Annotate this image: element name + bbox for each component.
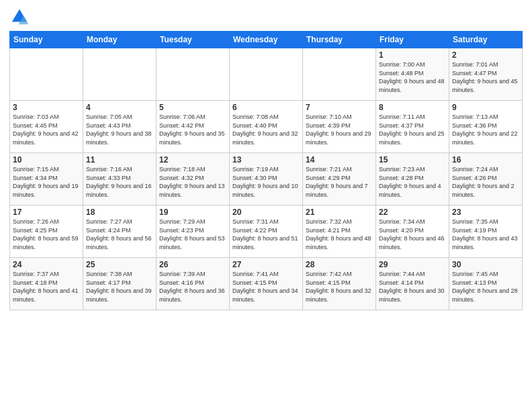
day-info: Sunrise: 7:34 AM Sunset: 4:20 PM Dayligh… xyxy=(379,218,446,251)
calendar-cell: 10Sunrise: 7:15 AM Sunset: 4:34 PM Dayli… xyxy=(10,153,83,205)
header-row: Sunday Monday Tuesday Wednesday Thursday… xyxy=(10,32,523,48)
calendar-cell: 23Sunrise: 7:35 AM Sunset: 4:19 PM Dayli… xyxy=(449,205,523,258)
calendar-cell: 17Sunrise: 7:26 AM Sunset: 4:25 PM Dayli… xyxy=(10,205,83,258)
col-wednesday: Wednesday xyxy=(230,32,303,48)
day-info: Sunrise: 7:38 AM Sunset: 4:17 PM Dayligh… xyxy=(86,270,153,304)
day-number: 25 xyxy=(86,260,153,269)
day-number: 12 xyxy=(159,155,226,165)
day-number: 29 xyxy=(379,260,446,269)
day-info: Sunrise: 7:29 AM Sunset: 4:23 PM Dayligh… xyxy=(159,218,226,251)
day-number: 13 xyxy=(232,155,300,165)
day-number: 26 xyxy=(159,260,226,269)
calendar-cell xyxy=(303,48,376,101)
calendar-cell: 22Sunrise: 7:34 AM Sunset: 4:20 PM Dayli… xyxy=(376,205,449,258)
calendar-cell: 5Sunrise: 7:06 AM Sunset: 4:42 PM Daylig… xyxy=(157,101,230,153)
day-info: Sunrise: 7:13 AM Sunset: 4:36 PM Dayligh… xyxy=(452,113,519,146)
day-info: Sunrise: 7:19 AM Sunset: 4:30 PM Dayligh… xyxy=(232,165,300,199)
day-info: Sunrise: 7:05 AM Sunset: 4:43 PM Dayligh… xyxy=(86,113,153,146)
page-container: Sunday Monday Tuesday Wednesday Thursday… xyxy=(0,0,532,411)
day-number: 1 xyxy=(379,50,446,60)
calendar-cell: 15Sunrise: 7:23 AM Sunset: 4:28 PM Dayli… xyxy=(376,153,449,205)
calendar-body: 1Sunrise: 7:00 AM Sunset: 4:48 PM Daylig… xyxy=(10,48,523,310)
header xyxy=(9,7,523,27)
day-info: Sunrise: 7:16 AM Sunset: 4:33 PM Dayligh… xyxy=(86,165,153,199)
day-info: Sunrise: 7:26 AM Sunset: 4:25 PM Dayligh… xyxy=(13,218,80,251)
calendar-week-2: 3Sunrise: 7:03 AM Sunset: 4:45 PM Daylig… xyxy=(10,101,523,153)
calendar-cell: 26Sunrise: 7:39 AM Sunset: 4:16 PM Dayli… xyxy=(157,258,230,310)
day-number: 7 xyxy=(306,103,373,112)
col-monday: Monday xyxy=(83,32,157,48)
day-number: 11 xyxy=(86,155,153,165)
day-number: 3 xyxy=(13,103,80,112)
day-number: 17 xyxy=(13,208,80,217)
calendar-cell xyxy=(83,48,157,101)
day-info: Sunrise: 7:00 AM Sunset: 4:48 PM Dayligh… xyxy=(379,60,446,94)
day-info: Sunrise: 7:31 AM Sunset: 4:22 PM Dayligh… xyxy=(232,218,300,251)
calendar-cell: 21Sunrise: 7:32 AM Sunset: 4:21 PM Dayli… xyxy=(303,205,376,258)
day-info: Sunrise: 7:11 AM Sunset: 4:37 PM Dayligh… xyxy=(379,113,446,146)
day-info: Sunrise: 7:03 AM Sunset: 4:45 PM Dayligh… xyxy=(13,113,80,146)
day-info: Sunrise: 7:41 AM Sunset: 4:15 PM Dayligh… xyxy=(232,270,300,304)
day-number: 19 xyxy=(159,208,226,217)
day-number: 18 xyxy=(86,208,153,217)
day-info: Sunrise: 7:42 AM Sunset: 4:15 PM Dayligh… xyxy=(306,270,373,304)
calendar-cell: 4Sunrise: 7:05 AM Sunset: 4:43 PM Daylig… xyxy=(83,101,157,153)
day-info: Sunrise: 7:06 AM Sunset: 4:42 PM Dayligh… xyxy=(159,113,226,146)
day-info: Sunrise: 7:15 AM Sunset: 4:34 PM Dayligh… xyxy=(13,165,80,199)
day-number: 10 xyxy=(13,155,80,165)
calendar-cell: 18Sunrise: 7:27 AM Sunset: 4:24 PM Dayli… xyxy=(83,205,157,258)
calendar-table: Sunday Monday Tuesday Wednesday Thursday… xyxy=(9,31,523,310)
day-info: Sunrise: 7:32 AM Sunset: 4:21 PM Dayligh… xyxy=(306,218,373,251)
calendar-cell: 8Sunrise: 7:11 AM Sunset: 4:37 PM Daylig… xyxy=(376,101,449,153)
day-number: 15 xyxy=(379,155,446,165)
day-info: Sunrise: 7:01 AM Sunset: 4:47 PM Dayligh… xyxy=(452,60,519,94)
day-number: 30 xyxy=(452,260,519,269)
calendar-cell: 30Sunrise: 7:45 AM Sunset: 4:13 PM Dayli… xyxy=(449,258,523,310)
day-number: 4 xyxy=(86,103,153,112)
calendar-cell: 12Sunrise: 7:18 AM Sunset: 4:32 PM Dayli… xyxy=(157,153,230,205)
calendar-cell: 14Sunrise: 7:21 AM Sunset: 4:29 PM Dayli… xyxy=(303,153,376,205)
day-info: Sunrise: 7:08 AM Sunset: 4:40 PM Dayligh… xyxy=(232,113,300,146)
calendar-header: Sunday Monday Tuesday Wednesday Thursday… xyxy=(10,32,523,48)
col-tuesday: Tuesday xyxy=(157,32,230,48)
calendar-cell: 24Sunrise: 7:37 AM Sunset: 4:18 PM Dayli… xyxy=(10,258,83,310)
calendar-cell: 7Sunrise: 7:10 AM Sunset: 4:39 PM Daylig… xyxy=(303,101,376,153)
day-number: 5 xyxy=(159,103,226,112)
calendar-cell: 11Sunrise: 7:16 AM Sunset: 4:33 PM Dayli… xyxy=(83,153,157,205)
day-number: 24 xyxy=(13,260,80,269)
calendar-cell: 20Sunrise: 7:31 AM Sunset: 4:22 PM Dayli… xyxy=(230,205,303,258)
day-info: Sunrise: 7:24 AM Sunset: 4:26 PM Dayligh… xyxy=(452,165,519,199)
calendar-cell: 9Sunrise: 7:13 AM Sunset: 4:36 PM Daylig… xyxy=(449,101,523,153)
calendar-cell: 13Sunrise: 7:19 AM Sunset: 4:30 PM Dayli… xyxy=(230,153,303,205)
logo-icon xyxy=(9,7,30,27)
day-info: Sunrise: 7:21 AM Sunset: 4:29 PM Dayligh… xyxy=(306,165,373,199)
col-thursday: Thursday xyxy=(303,32,376,48)
day-info: Sunrise: 7:27 AM Sunset: 4:24 PM Dayligh… xyxy=(86,218,153,251)
day-number: 6 xyxy=(232,103,300,112)
calendar-cell: 2Sunrise: 7:01 AM Sunset: 4:47 PM Daylig… xyxy=(449,48,523,101)
calendar-cell: 28Sunrise: 7:42 AM Sunset: 4:15 PM Dayli… xyxy=(303,258,376,310)
day-number: 8 xyxy=(379,103,446,112)
col-sunday: Sunday xyxy=(10,32,83,48)
calendar-cell: 16Sunrise: 7:24 AM Sunset: 4:26 PM Dayli… xyxy=(449,153,523,205)
calendar-cell xyxy=(10,48,83,101)
calendar-cell: 27Sunrise: 7:41 AM Sunset: 4:15 PM Dayli… xyxy=(230,258,303,310)
calendar-week-5: 24Sunrise: 7:37 AM Sunset: 4:18 PM Dayli… xyxy=(10,258,523,310)
calendar-cell: 3Sunrise: 7:03 AM Sunset: 4:45 PM Daylig… xyxy=(10,101,83,153)
calendar-cell: 6Sunrise: 7:08 AM Sunset: 4:40 PM Daylig… xyxy=(230,101,303,153)
day-info: Sunrise: 7:39 AM Sunset: 4:16 PM Dayligh… xyxy=(159,270,226,304)
col-saturday: Saturday xyxy=(449,32,523,48)
day-number: 28 xyxy=(306,260,373,269)
day-info: Sunrise: 7:44 AM Sunset: 4:14 PM Dayligh… xyxy=(379,270,446,304)
day-number: 9 xyxy=(452,103,519,112)
calendar-week-4: 17Sunrise: 7:26 AM Sunset: 4:25 PM Dayli… xyxy=(10,205,523,258)
calendar-cell: 25Sunrise: 7:38 AM Sunset: 4:17 PM Dayli… xyxy=(83,258,157,310)
day-info: Sunrise: 7:10 AM Sunset: 4:39 PM Dayligh… xyxy=(306,113,373,146)
day-number: 22 xyxy=(379,208,446,217)
day-info: Sunrise: 7:37 AM Sunset: 4:18 PM Dayligh… xyxy=(13,270,80,304)
col-friday: Friday xyxy=(376,32,449,48)
day-number: 23 xyxy=(452,208,519,217)
day-info: Sunrise: 7:45 AM Sunset: 4:13 PM Dayligh… xyxy=(452,270,519,304)
calendar-cell xyxy=(157,48,230,101)
day-info: Sunrise: 7:18 AM Sunset: 4:32 PM Dayligh… xyxy=(159,165,226,199)
